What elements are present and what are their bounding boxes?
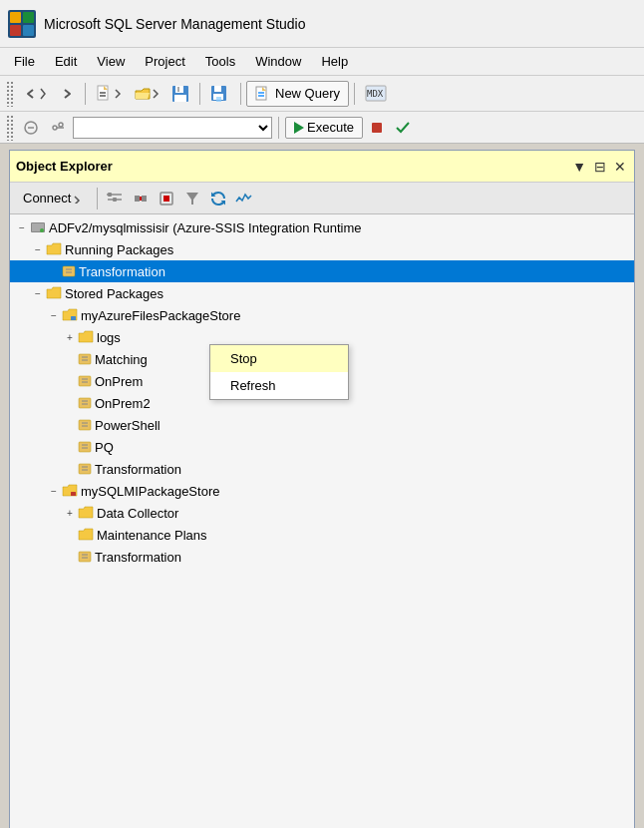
stored-packages-text: Stored Packages <box>65 286 163 301</box>
running-packages-expander[interactable]: − <box>30 241 46 257</box>
execute-button[interactable]: Execute <box>285 117 363 139</box>
transformation-sql-text: Transformation <box>95 550 181 565</box>
menu-help[interactable]: Help <box>311 52 358 71</box>
disconnect-icon[interactable] <box>129 187 153 210</box>
transformation-selected-node[interactable]: Transformation <box>10 260 634 282</box>
svg-rect-39 <box>163 196 169 202</box>
running-packages-node[interactable]: − Running Packages <box>10 238 634 260</box>
menu-bar: File Edit View Project Tools Window Help <box>0 48 644 76</box>
data-collector-text: Data Collector <box>97 506 178 521</box>
oe-sep1 <box>97 188 98 209</box>
svg-rect-54 <box>79 398 91 408</box>
running-packages-text: Running Packages <box>65 242 173 257</box>
svg-rect-44 <box>63 266 75 276</box>
main-toolbar: New Query MDX <box>0 76 644 112</box>
sep3 <box>240 83 241 105</box>
context-refresh-item[interactable]: Refresh <box>210 372 348 399</box>
svg-point-43 <box>40 228 44 232</box>
server-text: ADFv2/mysqlmissisir (Azure-SSIS Integrat… <box>49 220 362 235</box>
maintenance-plans-text: Maintenance Plans <box>97 528 207 543</box>
stored-packages-node[interactable]: − Stored Packages <box>10 282 634 304</box>
app-icon <box>8 10 36 38</box>
transformation-text: Transformation <box>79 264 165 279</box>
svg-rect-3 <box>10 25 21 36</box>
svg-rect-60 <box>79 442 91 452</box>
forward-button[interactable] <box>54 81 80 107</box>
svg-rect-2 <box>23 12 34 23</box>
oe-header-icons: ▼ ⊟ ✕ <box>570 157 628 177</box>
oe-title: Object Explorer <box>16 159 113 174</box>
azure-store-node[interactable]: − myAzureFilesPackageStore <box>10 304 634 326</box>
svg-marker-40 <box>186 193 198 205</box>
oe-header: Object Explorer ▼ ⊟ ✕ <box>10 151 634 183</box>
stop-query-icon[interactable] <box>155 187 178 210</box>
sql-store-expander[interactable]: − <box>46 483 62 499</box>
stop-button[interactable] <box>366 115 388 141</box>
sep1 <box>85 83 86 105</box>
query-toolbar: Execute <box>0 112 644 144</box>
close-icon[interactable]: ✕ <box>612 157 628 177</box>
svg-marker-28 <box>294 122 304 134</box>
sql-store-text: mySQLMIPackageStore <box>81 484 219 499</box>
maintenance-plans-node[interactable]: Maintenance Plans <box>10 524 634 546</box>
toolbar-grip <box>6 81 14 107</box>
new-query-button[interactable]: New Query <box>246 81 349 107</box>
svg-rect-16 <box>216 97 221 102</box>
server-node[interactable]: − ADFv2/mysqlmissisir (Azure-SSIS Integr… <box>10 216 634 238</box>
transformation-azure-node[interactable]: Transformation <box>10 458 634 480</box>
svg-rect-66 <box>71 492 76 496</box>
mdx-button[interactable]: MDX <box>360 81 392 107</box>
sql-store-node[interactable]: − mySQLMIPackageStore <box>10 480 634 502</box>
svg-rect-47 <box>71 316 76 320</box>
save-all-button[interactable] <box>205 81 235 107</box>
auto-hide-icon[interactable]: ⊟ <box>592 157 608 177</box>
activity-monitor-icon[interactable] <box>232 187 256 210</box>
server-expander[interactable]: − <box>14 219 30 235</box>
toolbar2-grip <box>6 115 14 141</box>
transformation-azure-text: Transformation <box>95 462 181 477</box>
data-collector-expander[interactable]: + <box>62 505 78 521</box>
menu-project[interactable]: Project <box>135 52 194 71</box>
tree-area: − ADFv2/mysqlmissisir (Azure-SSIS Integr… <box>10 214 634 828</box>
check-button[interactable] <box>391 115 415 141</box>
menu-tools[interactable]: Tools <box>195 52 245 71</box>
transformation-expander[interactable] <box>46 263 62 279</box>
sep4 <box>354 83 355 105</box>
connect-label: Connect <box>23 191 71 206</box>
svg-rect-4 <box>23 25 34 36</box>
stored-packages-expander[interactable]: − <box>30 285 46 301</box>
back-button[interactable] <box>18 81 52 107</box>
matching-text: Matching <box>95 352 148 367</box>
new-button[interactable] <box>91 81 127 107</box>
svg-rect-29 <box>372 123 382 133</box>
svg-rect-1 <box>10 12 21 23</box>
svg-point-27 <box>59 123 63 127</box>
menu-file[interactable]: File <box>4 52 45 71</box>
filter-toggle-icon[interactable] <box>180 187 204 210</box>
filter-icon[interactable] <box>103 187 127 210</box>
svg-text:MDX: MDX <box>367 89 384 99</box>
refresh-oe-icon[interactable] <box>206 187 230 210</box>
pin-icon[interactable]: ▼ <box>570 157 588 177</box>
menu-edit[interactable]: Edit <box>45 52 87 71</box>
properties-icon <box>46 116 70 140</box>
sep5 <box>278 117 279 139</box>
connect-button[interactable]: Connect <box>14 187 92 210</box>
onprem-text: OnPrem <box>95 374 143 389</box>
pq-node[interactable]: PQ <box>10 436 634 458</box>
powershell-text: PowerShell <box>95 418 161 433</box>
context-stop-item[interactable]: Stop <box>210 345 348 372</box>
logs-expander[interactable]: + <box>62 329 78 345</box>
open-button[interactable] <box>129 81 164 107</box>
powershell-node[interactable]: PowerShell <box>10 414 634 436</box>
database-dropdown[interactable] <box>73 117 272 139</box>
app-title: Microsoft SQL Server Management Studio <box>44 16 306 32</box>
new-query-label: New Query <box>275 86 340 101</box>
save-button[interactable] <box>166 81 194 107</box>
transformation-sql-node[interactable]: Transformation <box>10 546 634 568</box>
title-bar: Microsoft SQL Server Management Studio <box>0 0 644 48</box>
azure-store-expander[interactable]: − <box>46 307 62 323</box>
data-collector-node[interactable]: + Data Collector <box>10 502 634 524</box>
menu-view[interactable]: View <box>87 52 135 71</box>
menu-window[interactable]: Window <box>245 52 311 71</box>
